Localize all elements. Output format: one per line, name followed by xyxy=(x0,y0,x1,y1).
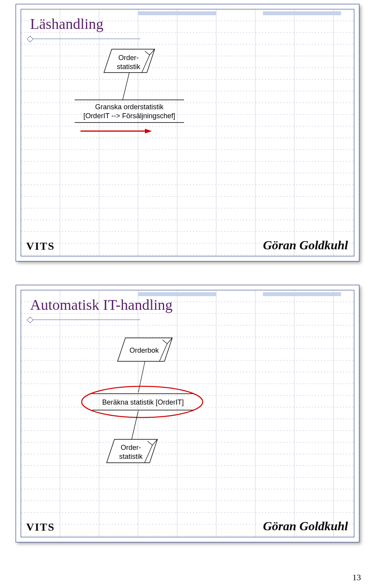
process-line1: Granska orderstatistik xyxy=(95,103,163,111)
box1-line2: statistik xyxy=(117,63,140,71)
box2-line2: statistik xyxy=(119,453,143,460)
box-orderbok: Orderbok xyxy=(125,346,164,355)
page-number: 13 xyxy=(352,572,361,583)
svg-line-13 xyxy=(132,411,138,439)
slide-1: Läshandling Order- statistik Granska ord… xyxy=(16,4,359,261)
slide-2: Automatisk IT-handling xyxy=(16,285,359,542)
footer-right-author: Göran Goldkuhl xyxy=(263,519,348,533)
footer-right-author: Göran Goldkuhl xyxy=(263,238,348,252)
diagram-2 xyxy=(16,285,360,543)
box-order-statistik: Order- statistik xyxy=(109,53,148,71)
box1-line1: Order- xyxy=(118,54,139,62)
process-granska: Granska orderstatistik [OrderIT --> Förs… xyxy=(75,103,184,120)
svg-line-9 xyxy=(138,361,145,393)
svg-marker-6 xyxy=(145,129,152,133)
footer-left-vits: VITS xyxy=(26,521,55,533)
box2-line1: Order- xyxy=(121,444,141,451)
process-line2: [OrderIT --> Försäljningschef] xyxy=(83,112,175,120)
box-order-statistik-2: Order- statistik xyxy=(111,443,150,461)
diagram-1 xyxy=(16,4,360,262)
process-berakna: Beräkna statistik [OrderIT] xyxy=(92,398,194,407)
svg-line-2 xyxy=(123,73,129,100)
footer-left-vits: VITS xyxy=(26,240,55,252)
